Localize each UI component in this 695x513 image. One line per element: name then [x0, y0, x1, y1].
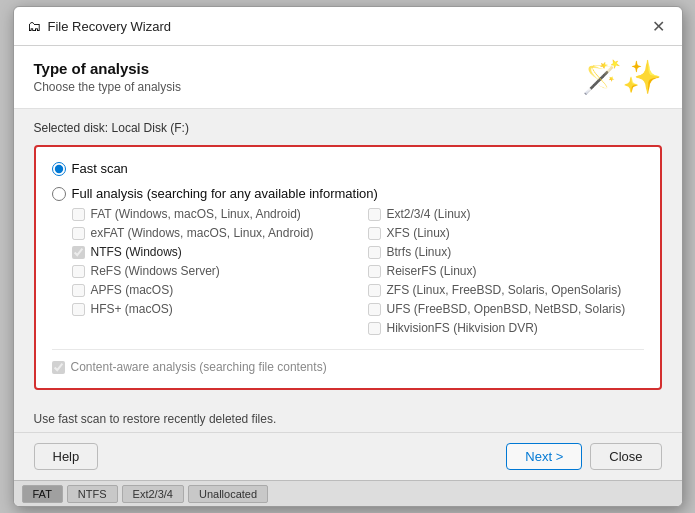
- taskbar-item-fat: FAT: [22, 485, 63, 503]
- taskbar-item-ntfs: NTFS: [67, 485, 118, 503]
- content-aware-row: Content-aware analysis (searching file c…: [52, 349, 644, 374]
- title-bar-text: File Recovery Wizard: [48, 19, 172, 34]
- dialog-icon: 🗂: [26, 18, 42, 34]
- hikvision-label: HikvisionFS (Hikvision DVR): [387, 321, 538, 335]
- title-bar-left: 🗂 File Recovery Wizard: [26, 18, 172, 34]
- ext-checkbox[interactable]: [368, 208, 381, 221]
- filesystem-checkboxes-grid: FAT (Windows, macOS, Linux, Android) Ext…: [72, 207, 644, 335]
- refs-checkbox[interactable]: [72, 265, 85, 278]
- wizard-icon: 🪄✨: [582, 61, 662, 93]
- exfat-label: exFAT (Windows, macOS, Linux, Android): [91, 226, 314, 240]
- content-aware-checkbox[interactable]: [52, 361, 65, 374]
- next-button[interactable]: Next >: [506, 443, 582, 470]
- zfs-checkbox[interactable]: [368, 284, 381, 297]
- fat-checkbox[interactable]: [72, 208, 85, 221]
- checkbox-refs: ReFS (Windows Server): [72, 264, 348, 278]
- header-section: Type of analysis Choose the type of anal…: [14, 46, 682, 109]
- reiserfs-checkbox[interactable]: [368, 265, 381, 278]
- full-analysis-row: Full analysis (searching for any availab…: [52, 186, 644, 201]
- apfs-label: APFS (macOS): [91, 283, 174, 297]
- exfat-checkbox[interactable]: [72, 227, 85, 240]
- xfs-label: XFS (Linux): [387, 226, 450, 240]
- ntfs-checkbox[interactable]: [72, 246, 85, 259]
- checkbox-ufs: UFS (FreeBSD, OpenBSD, NetBSD, Solaris): [368, 302, 644, 316]
- fat-label: FAT (Windows, macOS, Linux, Android): [91, 207, 301, 221]
- hfsplus-label: HFS+ (macOS): [91, 302, 173, 316]
- zfs-label: ZFS (Linux, FreeBSD, Solaris, OpenSolari…: [387, 283, 622, 297]
- header-text: Type of analysis Choose the type of anal…: [34, 60, 181, 94]
- apfs-checkbox[interactable]: [72, 284, 85, 297]
- checkbox-xfs: XFS (Linux): [368, 226, 644, 240]
- title-bar: 🗂 File Recovery Wizard ✕: [14, 7, 682, 46]
- full-analysis-section: Full analysis (searching for any availab…: [52, 186, 644, 335]
- checkbox-apfs: APFS (macOS): [72, 283, 348, 297]
- btrfs-checkbox[interactable]: [368, 246, 381, 259]
- taskbar-stub: FAT NTFS Ext2/3/4 Unallocated: [14, 480, 682, 506]
- ufs-checkbox[interactable]: [368, 303, 381, 316]
- fast-scan-label: Fast scan: [72, 161, 128, 176]
- checkbox-ntfs: NTFS (Windows): [72, 245, 348, 259]
- checkbox-zfs: ZFS (Linux, FreeBSD, Solaris, OpenSolari…: [368, 283, 644, 297]
- checkbox-ext234: Ext2/3/4 (Linux): [368, 207, 644, 221]
- btrfs-label: Btrfs (Linux): [387, 245, 452, 259]
- ufs-label: UFS (FreeBSD, OpenBSD, NetBSD, Solaris): [387, 302, 626, 316]
- checkbox-hfsplus: HFS+ (macOS): [72, 302, 348, 316]
- fast-scan-row: Fast scan: [52, 161, 644, 176]
- refs-label: ReFS (Windows Server): [91, 264, 220, 278]
- content-aware-label: Content-aware analysis (searching file c…: [71, 360, 327, 374]
- checkbox-hikvision: HikvisionFS (Hikvision DVR): [368, 321, 644, 335]
- close-button[interactable]: Close: [590, 443, 661, 470]
- help-button[interactable]: Help: [34, 443, 99, 470]
- ntfs-label: NTFS (Windows): [91, 245, 182, 259]
- full-analysis-radio[interactable]: [52, 187, 66, 201]
- close-window-button[interactable]: ✕: [648, 15, 670, 37]
- hikvision-checkbox[interactable]: [368, 322, 381, 335]
- info-text: Use fast scan to restore recently delete…: [14, 402, 682, 432]
- file-recovery-wizard-dialog: 🗂 File Recovery Wizard ✕ Type of analysi…: [13, 6, 683, 507]
- analysis-options-box: Fast scan Full analysis (searching for a…: [34, 145, 662, 390]
- checkbox-reiserfs: ReiserFS (Linux): [368, 264, 644, 278]
- ext-label: Ext2/3/4 (Linux): [387, 207, 471, 221]
- taskbar-item-ext: Ext2/3/4: [122, 485, 184, 503]
- taskbar-item-unallocated: Unallocated: [188, 485, 268, 503]
- footer: Help Next > Close: [14, 432, 682, 480]
- page-subtitle: Choose the type of analysis: [34, 80, 181, 94]
- hfsplus-checkbox[interactable]: [72, 303, 85, 316]
- footer-right-buttons: Next > Close: [506, 443, 661, 470]
- checkbox-exfat: exFAT (Windows, macOS, Linux, Android): [72, 226, 348, 240]
- checkbox-btrfs: Btrfs (Linux): [368, 245, 644, 259]
- page-title: Type of analysis: [34, 60, 181, 77]
- body-section: Selected disk: Local Disk (F:) Fast scan…: [14, 109, 682, 402]
- checkbox-fat: FAT (Windows, macOS, Linux, Android): [72, 207, 348, 221]
- xfs-checkbox[interactable]: [368, 227, 381, 240]
- reiserfs-label: ReiserFS (Linux): [387, 264, 477, 278]
- selected-disk-label: Selected disk: Local Disk (F:): [34, 121, 662, 135]
- fast-scan-radio[interactable]: [52, 162, 66, 176]
- full-analysis-label: Full analysis (searching for any availab…: [72, 186, 378, 201]
